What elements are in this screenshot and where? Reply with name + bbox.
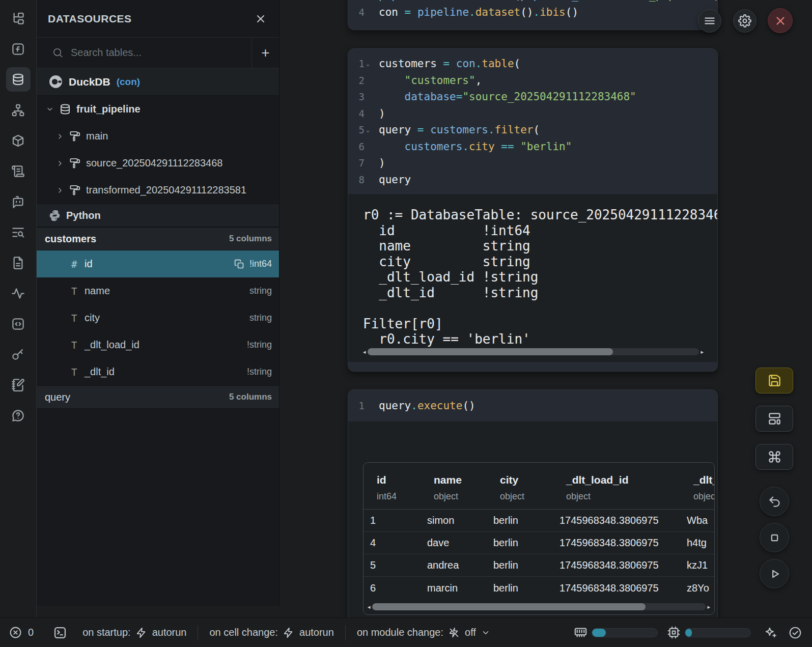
cpu-usage-gauge[interactable] bbox=[685, 628, 751, 637]
dependency-graph-icon[interactable] bbox=[6, 98, 31, 122]
code-line[interactable]: 4) bbox=[348, 105, 717, 122]
terminal-icon[interactable] bbox=[53, 626, 67, 640]
tree-item-schema[interactable]: main bbox=[37, 123, 279, 150]
search-icon bbox=[52, 47, 64, 59]
section-python[interactable]: Python bbox=[37, 204, 279, 227]
code-line[interactable]: 3 database="source_202504291112283468" bbox=[348, 89, 717, 105]
schema-icon bbox=[69, 184, 81, 196]
code-line[interactable]: 2 "customers", bbox=[348, 72, 717, 89]
column-row-name[interactable]: Tnamestring bbox=[37, 277, 279, 304]
packages-box-icon[interactable] bbox=[6, 128, 31, 153]
setting-value: autorun bbox=[152, 627, 187, 638]
tree-item-database[interactable]: fruit_pipeline bbox=[37, 96, 279, 123]
column-header-name: _dlt_load_id bbox=[566, 474, 687, 486]
documentation-file-icon[interactable] bbox=[6, 250, 31, 275]
connected-check-icon[interactable] bbox=[789, 626, 802, 639]
help-icon[interactable] bbox=[6, 403, 31, 428]
stop-button[interactable] bbox=[760, 523, 789, 552]
code-line[interactable]: 3pipeline = dlt.attach(pipeline_name="fr… bbox=[348, 0, 717, 4]
layout-toggle-button[interactable] bbox=[755, 406, 793, 432]
undo-button[interactable] bbox=[760, 487, 789, 516]
table-cell: h4tg bbox=[680, 532, 714, 554]
ibis-repr-output: r0 := DatabaseTable: source_202504291112… bbox=[348, 194, 717, 347]
code-line[interactable]: 5⌄query = customers.filter( bbox=[348, 122, 717, 138]
cell-query[interactable]: 1⌄customers = con.table(2 "customers",3 … bbox=[348, 48, 718, 372]
table-cell: 4 bbox=[363, 532, 421, 554]
snippets-code-icon[interactable] bbox=[6, 312, 31, 336]
file-tree-icon[interactable] bbox=[6, 6, 31, 31]
column-row-_dlt_load_id[interactable]: T_dlt_load_id!string bbox=[37, 331, 279, 358]
close-panel-icon[interactable] bbox=[255, 13, 267, 25]
result-column-header[interactable]: _dlt_load_idobject bbox=[559, 474, 687, 502]
result-column-header[interactable]: nameobject bbox=[427, 474, 493, 502]
setting-label: on startup: bbox=[82, 627, 131, 638]
result-column-header[interactable]: _dlt_idobject bbox=[687, 474, 714, 502]
table-row[interactable]: 6marcinberlin1745968348.3806975z8Yo bbox=[363, 577, 714, 599]
fold-chevron-icon[interactable]: ⌄ bbox=[365, 126, 374, 133]
horizontal-scrollbar[interactable]: ◂ ▸ bbox=[363, 348, 704, 356]
table-row[interactable]: 4daveberlin1745968348.3806975h4tg bbox=[363, 532, 714, 554]
column-row-_dlt_id[interactable]: T_dlt_id!string bbox=[37, 358, 279, 385]
function-square-icon[interactable] bbox=[6, 37, 31, 61]
column-row-city[interactable]: Tcitystring bbox=[37, 304, 279, 331]
search-input[interactable] bbox=[71, 47, 223, 59]
add-datasource-button[interactable]: + bbox=[251, 38, 279, 68]
table-horizontal-scrollbar[interactable]: ◂ ▸ bbox=[368, 603, 710, 611]
statusbar-setting-on-cell-change[interactable]: on cell change:autorun bbox=[209, 627, 333, 638]
code-line[interactable]: 7) bbox=[348, 155, 717, 172]
save-button[interactable] bbox=[755, 368, 793, 393]
errors-icon[interactable] bbox=[9, 626, 22, 639]
connection-duckdb[interactable]: DuckDB (con) bbox=[37, 68, 279, 96]
cell-pipeline[interactable]: 3pipeline = dlt.attach(pipeline_name="fr… bbox=[348, 0, 718, 30]
scroll-right-icon[interactable]: ▸ bbox=[707, 604, 710, 610]
scroll-left-icon[interactable]: ◂ bbox=[368, 604, 371, 610]
code-text: "customers", bbox=[379, 74, 482, 87]
scratchpad-scroll-icon[interactable] bbox=[6, 159, 31, 183]
column-header-dtype: object bbox=[693, 491, 714, 502]
notebook-pen-icon[interactable] bbox=[6, 373, 31, 397]
datasources-database-icon[interactable] bbox=[6, 67, 31, 92]
result-column-header[interactable]: idint64 bbox=[370, 474, 427, 502]
column-row-id[interactable]: #id!int64 bbox=[37, 250, 279, 277]
tree-item-schema[interactable]: transformed_202504291112283581 bbox=[37, 177, 279, 204]
table-row[interactable]: 5andreaberlin1745968348.3806975kzJ1 bbox=[363, 554, 714, 577]
copy-icon[interactable] bbox=[234, 259, 244, 269]
tree-item-schema[interactable]: source_202504291112283468 bbox=[37, 150, 279, 177]
settings-button[interactable] bbox=[733, 9, 757, 33]
column-name: city bbox=[85, 312, 249, 324]
table-header-query[interactable]: query5 columns bbox=[37, 385, 279, 409]
schema-icon bbox=[69, 130, 81, 142]
database-name: fruit_pipeline bbox=[76, 103, 141, 115]
statusbar-setting-on-module-change[interactable]: on module change:off bbox=[357, 627, 490, 638]
shutdown-button[interactable] bbox=[768, 8, 793, 33]
table-cell: 1745968348.3806975 bbox=[553, 577, 680, 599]
logs-search-icon[interactable] bbox=[6, 220, 31, 244]
statusbar-setting-on-startup[interactable]: on startup:autorun bbox=[82, 627, 186, 638]
ai-sparkles-icon[interactable] bbox=[764, 626, 777, 639]
secrets-key-icon[interactable] bbox=[6, 342, 31, 367]
notebook-menu-button[interactable] bbox=[698, 9, 721, 33]
table-cell: berlin bbox=[487, 510, 553, 531]
fold-chevron-icon[interactable]: ⌄ bbox=[365, 60, 374, 67]
run-button[interactable] bbox=[760, 559, 789, 588]
scroll-left-icon[interactable]: ◂ bbox=[363, 349, 366, 355]
command-palette-button[interactable] bbox=[755, 444, 793, 470]
code-line[interactable]: 6 customers.city == "berlin" bbox=[348, 138, 717, 155]
table-cell: berlin bbox=[487, 554, 553, 576]
cell-execute[interactable]: 1query.execute() idint64nameobjectcityob… bbox=[348, 389, 718, 631]
column-type: !string bbox=[247, 367, 272, 377]
number-type-icon: # bbox=[71, 259, 85, 270]
scroll-right-icon[interactable]: ▸ bbox=[701, 349, 704, 355]
chat-bot-icon[interactable] bbox=[6, 189, 31, 214]
memory-usage-gauge[interactable] bbox=[592, 628, 658, 637]
tracing-activity-icon[interactable] bbox=[6, 281, 31, 305]
code-line[interactable]: 4con = pipeline.dataset().ibis() bbox=[348, 4, 717, 21]
code-line[interactable]: 1query.execute() bbox=[348, 398, 717, 414]
result-column-header[interactable]: cityobject bbox=[493, 474, 559, 502]
connection-alias: (con) bbox=[117, 76, 140, 88]
code-line[interactable]: 8query bbox=[348, 172, 717, 188]
table-row[interactable]: 1simonberlin1745968348.3806975Wba bbox=[363, 510, 714, 532]
code-line[interactable]: 1⌄customers = con.table( bbox=[348, 55, 717, 72]
table-header-customers[interactable]: customers5 columns bbox=[37, 227, 279, 250]
cpu-icon bbox=[667, 626, 681, 639]
